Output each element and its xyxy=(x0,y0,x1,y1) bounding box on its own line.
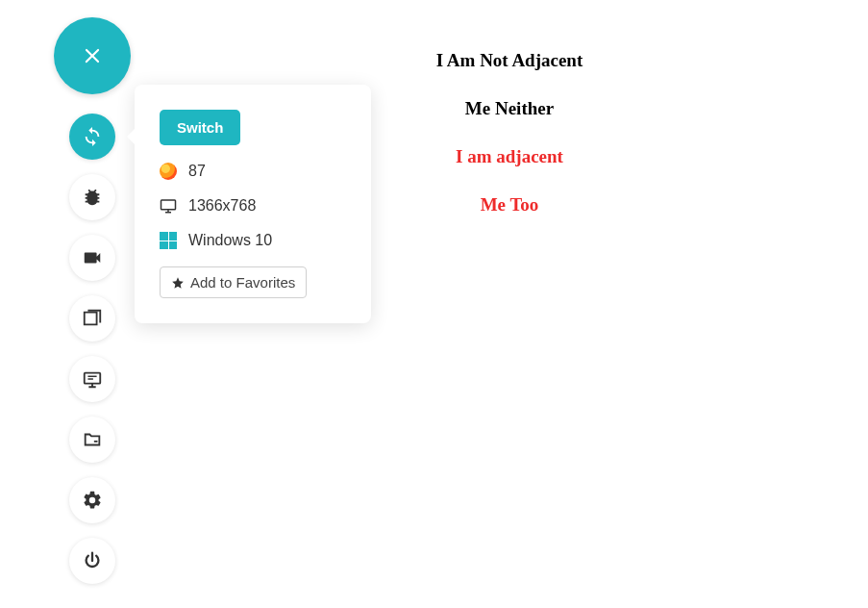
svg-rect-0 xyxy=(85,373,101,384)
resolution-button[interactable] xyxy=(69,356,115,402)
files-button[interactable] xyxy=(69,417,115,463)
os-info-row: Windows 10 xyxy=(160,232,346,249)
content-line-1: I Am Not Adjacent xyxy=(413,50,606,71)
demo-content: I Am Not Adjacent Me Neither I am adjace… xyxy=(413,50,606,242)
settings-button[interactable] xyxy=(69,477,115,523)
video-record-button[interactable] xyxy=(69,235,115,281)
folder-icon xyxy=(82,429,103,450)
star-icon xyxy=(171,276,185,290)
display-icon xyxy=(82,368,103,390)
add-to-favorites-label: Add to Favorites xyxy=(190,274,295,291)
gear-icon xyxy=(82,490,103,511)
switch-environment-button[interactable] xyxy=(69,114,115,160)
browser-version-value: 87 xyxy=(188,163,206,180)
windows-icon xyxy=(160,232,177,249)
environment-info-list: 87 1366x768 Windows 10 xyxy=(160,163,346,249)
add-to-favorites-button[interactable]: Add to Favorites xyxy=(160,266,307,298)
video-icon xyxy=(82,247,103,268)
sync-icon xyxy=(82,126,103,147)
sidebar xyxy=(69,114,115,584)
content-line-3: I am adjacent xyxy=(413,146,606,167)
power-icon xyxy=(82,550,103,571)
browser-info-row: 87 xyxy=(160,163,346,180)
content-line-4: Me Too xyxy=(413,194,606,215)
layers-icon xyxy=(82,308,103,329)
svg-rect-1 xyxy=(161,200,176,210)
resolution-info-row: 1366x768 xyxy=(160,197,346,215)
close-icon xyxy=(80,43,105,68)
firefox-icon xyxy=(160,163,177,180)
resolution-value: 1366x768 xyxy=(188,197,256,215)
bug-report-button[interactable] xyxy=(69,174,115,220)
monitor-icon xyxy=(160,197,177,215)
bug-icon xyxy=(82,187,103,208)
switch-popover: Switch 87 1366x768 Windows 10 Add to Fav… xyxy=(135,85,371,323)
os-value: Windows 10 xyxy=(188,232,272,249)
switch-button[interactable]: Switch xyxy=(160,110,240,145)
close-button[interactable] xyxy=(54,17,131,94)
content-line-2: Me Neither xyxy=(413,98,606,119)
screenshot-button[interactable] xyxy=(69,295,115,342)
power-button[interactable] xyxy=(69,538,115,584)
